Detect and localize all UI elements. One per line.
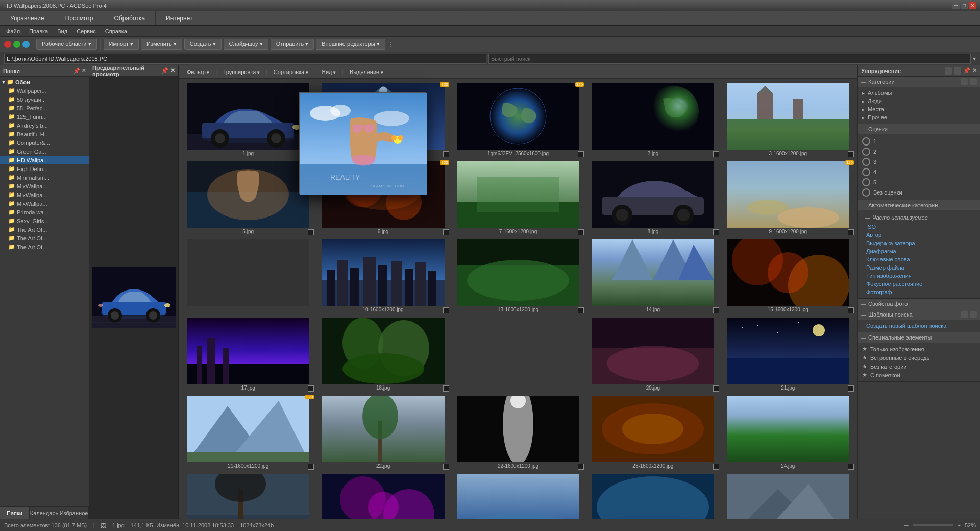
- ratings-header[interactable]: Оценки: [858, 124, 980, 134]
- zoom-out-icon[interactable]: ─: [904, 522, 909, 528]
- folder-item-highdef[interactable]: High Defin...: [0, 164, 89, 173]
- folders-pin-icon[interactable]: 📌: [74, 68, 80, 74]
- right-pin-icon[interactable]: 📌: [963, 67, 970, 75]
- tab-favorites[interactable]: Избранное: [59, 507, 89, 519]
- tab-calendar[interactable]: Календарь: [30, 507, 59, 519]
- folder-item-sexy[interactable]: Sexy_Girls...: [0, 216, 89, 225]
- file-checkbox-6[interactable]: [308, 229, 314, 235]
- file-checkbox-19[interactable]: [308, 464, 314, 470]
- view-button[interactable]: Вид: [318, 68, 340, 76]
- rating-none[interactable]: Без оценки: [862, 187, 976, 198]
- file-checkbox-7[interactable]: [443, 229, 449, 235]
- sort-button[interactable]: Сортировка: [270, 68, 312, 76]
- folder-item-oboI[interactable]: ▾ Обои: [0, 78, 89, 86]
- often-used-author[interactable]: Автор: [862, 231, 976, 239]
- folder-item-computer[interactable]: Computer&...: [0, 138, 89, 147]
- often-used-shutter[interactable]: Выдержка затвора: [862, 239, 976, 247]
- file-cell-10[interactable]: 10-1600x1200.jpg: [315, 237, 450, 315]
- folder-item-hd[interactable]: HD.Wallpa...: [0, 156, 89, 164]
- rating-3[interactable]: 3: [862, 157, 976, 167]
- special-queued[interactable]: ★ Встроенные в очередь: [862, 353, 976, 362]
- cat-item-people[interactable]: ▸ Люди: [862, 97, 976, 105]
- file-checkbox-17[interactable]: [713, 385, 719, 392]
- file-cell-15[interactable]: 15-1600x1200.jpg: [721, 237, 855, 315]
- file-checkbox-2[interactable]: [443, 151, 449, 157]
- file-cell-20jpg[interactable]: 20.jpg: [585, 315, 720, 393]
- search-tpl-icon-1[interactable]: [961, 311, 968, 318]
- file-cell-24jpg[interactable]: 24.jpg: [721, 393, 855, 471]
- close-button[interactable]: ✕: [969, 2, 976, 9]
- file-cell-17jpg[interactable]: 17.jpg: [181, 315, 315, 393]
- tab-process[interactable]: Обработка: [104, 11, 156, 25]
- slideshow-button[interactable]: Слайд-шоу ▾: [224, 39, 268, 50]
- folder-item-priroda[interactable]: Priroda wa...: [0, 208, 89, 216]
- import-button[interactable]: Импорт ▾: [104, 39, 139, 50]
- folder-item-andrey[interactable]: Andrey's b...: [0, 121, 89, 130]
- file-checkbox-4[interactable]: [713, 151, 719, 157]
- file-checkbox-18[interactable]: [848, 385, 854, 392]
- often-used-photographer[interactable]: Фотограф: [862, 288, 976, 296]
- folder-item-125[interactable]: 125_Funn...: [0, 112, 89, 121]
- folder-item-green[interactable]: Green Ga...: [0, 147, 89, 156]
- file-cell-24-1600[interactable]: 24-1600x1200.jpg: [181, 471, 315, 519]
- file-cell-25-1600[interactable]: 25-1600x1200.jpg: [451, 471, 585, 519]
- tab-view[interactable]: Просмотр: [55, 11, 104, 25]
- search-tpl-icon-2[interactable]: [970, 311, 977, 318]
- file-cell-1jpg[interactable]: 1.jpg: [181, 81, 315, 159]
- file-cell-9[interactable]: 9-1600x1200.jpg 320: [721, 159, 855, 237]
- file-cell-13[interactable]: 13-1600x1200.jpg: [451, 237, 585, 315]
- file-checkbox-10[interactable]: [848, 229, 854, 235]
- rating-radio-2[interactable]: [862, 148, 870, 156]
- file-checkbox-23[interactable]: [848, 464, 854, 470]
- folders-close-icon[interactable]: ✕: [82, 68, 86, 74]
- minimize-button[interactable]: ─: [952, 2, 960, 9]
- file-cell-7[interactable]: 7-1600x1200.jpg: [451, 159, 585, 237]
- folder-item-artof2[interactable]: The Art Of...: [0, 234, 89, 243]
- rating-4[interactable]: 4: [862, 167, 976, 177]
- file-checkbox-9[interactable]: [713, 229, 719, 235]
- often-used-focallen[interactable]: Фокусное расстояние: [862, 280, 976, 288]
- create-button[interactable]: Создать ▾: [184, 39, 222, 50]
- tab-internet[interactable]: Интернет: [156, 11, 203, 25]
- often-used-aperture[interactable]: Диафрагма: [862, 247, 976, 255]
- file-cell-21jpg[interactable]: 21.jpg: [721, 315, 855, 393]
- send-button[interactable]: Отправить ▾: [271, 39, 314, 50]
- file-checkbox-21[interactable]: [578, 464, 584, 470]
- group-button[interactable]: Группировка: [219, 68, 264, 76]
- file-cell-1gm[interactable]: 1gm6J3EV_2560x1600.jpg 320: [451, 81, 585, 159]
- file-checkbox-13[interactable]: [713, 307, 719, 313]
- file-checkbox-3[interactable]: [578, 151, 584, 157]
- file-checkbox-16[interactable]: [443, 385, 449, 392]
- maximize-button[interactable]: □: [961, 2, 968, 9]
- folder-item-55[interactable]: 55_Perfec...: [0, 104, 89, 112]
- file-cell-3[interactable]: 3-1600x1200.jpg: [721, 81, 855, 159]
- file-cell-26-1600[interactable]: 26-1600x1200.jpg: [721, 471, 855, 519]
- rating-radio-5[interactable]: [862, 178, 870, 186]
- rating-2[interactable]: 2: [862, 147, 976, 157]
- folder-item-mix2[interactable]: MixWallpa...: [0, 190, 89, 199]
- often-used-filesize[interactable]: Размер файла: [862, 263, 976, 272]
- right-close-icon[interactable]: ✕: [972, 67, 977, 75]
- auto-cat-header[interactable]: Автоматические категории: [858, 200, 980, 210]
- tab-folders[interactable]: Папки: [0, 507, 30, 519]
- modify-button[interactable]: Изменить ▾: [141, 39, 182, 50]
- right-icon-1[interactable]: [945, 67, 952, 75]
- file-checkbox-8[interactable]: [578, 229, 584, 235]
- rating-5[interactable]: 5: [862, 177, 976, 187]
- file-cell-14jpg[interactable]: 14.jpg: [585, 237, 720, 315]
- often-used-iso[interactable]: ISO: [862, 223, 976, 231]
- workspaces-button[interactable]: Рабочие области ▾: [36, 39, 97, 50]
- file-checkbox-5[interactable]: [848, 151, 854, 157]
- folder-item-mix1[interactable]: MixWallpa...: [0, 182, 89, 190]
- folder-item-50[interactable]: 50 лучши...: [0, 95, 89, 104]
- file-checkbox-15[interactable]: [308, 385, 314, 392]
- create-template-link[interactable]: Создать новый шаблон поиска: [862, 322, 976, 330]
- rating-radio-1[interactable]: [862, 137, 870, 146]
- file-checkbox-20[interactable]: [443, 464, 449, 470]
- menu-file[interactable]: Файл: [2, 27, 24, 35]
- photo-props-header[interactable]: Свойства фото: [858, 299, 980, 309]
- file-checkbox-22[interactable]: [713, 464, 719, 470]
- folder-item-beautiful[interactable]: Beautiful H...: [0, 130, 89, 138]
- file-cell-23[interactable]: 23-1600x1200.jpg: [585, 393, 720, 471]
- menu-help[interactable]: Справка: [101, 27, 131, 35]
